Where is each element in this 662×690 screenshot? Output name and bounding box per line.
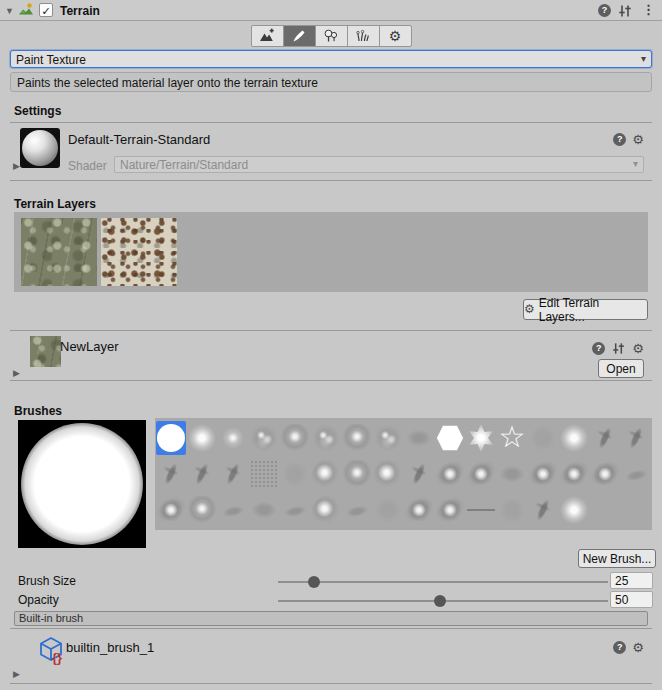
faint-brush-icon bbox=[374, 496, 402, 524]
material-preview[interactable] bbox=[20, 128, 60, 168]
gear-icon[interactable]: ⚙ bbox=[632, 342, 644, 355]
branch-brush-icon bbox=[524, 491, 561, 528]
brush-item[interactable] bbox=[621, 421, 651, 455]
glow-brush-icon bbox=[560, 424, 588, 452]
brush-item[interactable]: ☆ bbox=[497, 421, 527, 455]
brush-item[interactable] bbox=[187, 421, 217, 455]
hex-brush-icon bbox=[436, 424, 464, 452]
brush-item[interactable] bbox=[280, 421, 310, 455]
open-button[interactable]: Open bbox=[598, 359, 644, 378]
tool-terrain-settings-button[interactable]: ⚙ bbox=[379, 25, 412, 47]
opacity-slider[interactable] bbox=[278, 600, 608, 602]
terrain-layer-thumbnail-gravel[interactable] bbox=[101, 218, 177, 286]
brush-item[interactable] bbox=[404, 493, 434, 527]
brush-item[interactable] bbox=[497, 493, 527, 527]
new-brush-button[interactable]: New Brush... bbox=[578, 549, 656, 568]
paint-brush-icon bbox=[291, 28, 307, 44]
terrain-layers-palette bbox=[14, 212, 648, 292]
brush-item[interactable] bbox=[435, 493, 465, 527]
splat-brush-icon bbox=[343, 460, 371, 488]
paint-mode-dropdown[interactable]: Paint Texture ▾ bbox=[10, 50, 652, 68]
opacity-slider-knob[interactable] bbox=[434, 595, 446, 607]
brush-item[interactable] bbox=[156, 457, 186, 491]
help-icon[interactable]: ? bbox=[613, 641, 626, 654]
brush-item[interactable] bbox=[249, 457, 279, 491]
brush-item[interactable] bbox=[342, 421, 372, 455]
tool-paint-details-button[interactable] bbox=[347, 25, 380, 47]
foldout-closed-icon[interactable]: ▶ bbox=[13, 161, 20, 171]
burst-brush-icon bbox=[436, 460, 464, 488]
burst-brush-icon bbox=[157, 496, 185, 524]
brush-item[interactable] bbox=[249, 421, 279, 455]
brush-item[interactable] bbox=[187, 493, 217, 527]
tool-paint-trees-button[interactable] bbox=[315, 25, 348, 47]
tool-create-neighbor-button[interactable] bbox=[251, 25, 284, 47]
tool-paint-texture-button[interactable] bbox=[283, 25, 316, 47]
brush-item[interactable] bbox=[218, 457, 248, 491]
brush-item[interactable] bbox=[311, 421, 341, 455]
brush-item[interactable] bbox=[590, 457, 620, 491]
brush-item[interactable] bbox=[435, 421, 465, 455]
brush-item[interactable] bbox=[590, 421, 620, 455]
brush-item[interactable] bbox=[187, 457, 217, 491]
help-icon[interactable]: ? bbox=[613, 133, 626, 146]
brush-item[interactable] bbox=[280, 493, 310, 527]
brush-item[interactable] bbox=[466, 421, 496, 455]
brush-item[interactable] bbox=[528, 493, 558, 527]
brush-item[interactable] bbox=[559, 493, 589, 527]
more-menu-icon[interactable]: ⋮ bbox=[642, 2, 655, 17]
brush-item[interactable] bbox=[621, 457, 651, 491]
presets-icon[interactable] bbox=[617, 3, 633, 19]
help-icon[interactable]: ? bbox=[592, 342, 605, 355]
terrain-toolbar: ⚙ bbox=[0, 25, 662, 47]
help-icon[interactable]: ? bbox=[598, 4, 611, 17]
noisy-brush-icon bbox=[312, 424, 340, 452]
brush-item[interactable] bbox=[373, 493, 403, 527]
foldout-open-icon[interactable]: ▼ bbox=[5, 6, 14, 16]
brush-item[interactable] bbox=[156, 493, 186, 527]
brush-item[interactable] bbox=[373, 457, 403, 491]
star6-brush-icon bbox=[467, 424, 495, 452]
brush-item[interactable] bbox=[435, 457, 465, 491]
brush-item[interactable] bbox=[218, 421, 248, 455]
brush-item[interactable] bbox=[373, 421, 403, 455]
edit-terrain-layers-button[interactable]: ⚙ Edit Terrain Layers... bbox=[523, 299, 648, 320]
branch-brush-icon bbox=[214, 455, 251, 492]
brush-item[interactable] bbox=[559, 457, 589, 491]
brush-item[interactable] bbox=[404, 457, 434, 491]
layer-thumbnail[interactable] bbox=[30, 336, 61, 367]
brush-item[interactable] bbox=[404, 421, 434, 455]
terrain-layer-thumbnail-grass[interactable] bbox=[21, 218, 97, 286]
brush-item[interactable] bbox=[559, 421, 589, 455]
brush-size-slider[interactable] bbox=[278, 581, 608, 583]
gear-icon[interactable]: ⚙ bbox=[632, 641, 644, 654]
brush-item[interactable] bbox=[466, 457, 496, 491]
brush-item[interactable] bbox=[466, 493, 496, 527]
brush-item[interactable] bbox=[156, 421, 186, 455]
foldout-closed-icon[interactable]: ▶ bbox=[13, 669, 20, 679]
shader-dropdown[interactable]: Nature/Terrain/Standard ▾ bbox=[114, 156, 644, 173]
brush-item[interactable] bbox=[218, 493, 248, 527]
help-box-text: Paints the selected material layer onto … bbox=[17, 76, 318, 90]
presets-icon[interactable] bbox=[611, 341, 626, 356]
foldout-closed-icon[interactable]: ▶ bbox=[13, 368, 20, 378]
brush-size-slider-knob[interactable] bbox=[308, 576, 320, 588]
brush-item[interactable] bbox=[528, 457, 558, 491]
branch-brush-icon bbox=[586, 419, 623, 456]
gear-icon[interactable]: ⚙ bbox=[632, 133, 644, 146]
brush-item[interactable] bbox=[342, 493, 372, 527]
brush-item[interactable] bbox=[497, 457, 527, 491]
brush-preview bbox=[18, 420, 146, 548]
brush-size-field[interactable]: 25 bbox=[610, 572, 653, 589]
chevron-down-icon: ▾ bbox=[633, 158, 638, 169]
brush-item[interactable] bbox=[311, 493, 341, 527]
enabled-checkbox[interactable]: ✓ bbox=[39, 3, 53, 17]
brush-item[interactable] bbox=[311, 457, 341, 491]
brush-item[interactable] bbox=[249, 493, 279, 527]
brush-item[interactable] bbox=[280, 457, 310, 491]
brush-item[interactable] bbox=[342, 457, 372, 491]
chevron-down-icon: ▾ bbox=[641, 53, 646, 64]
brush-item[interactable] bbox=[528, 421, 558, 455]
opacity-field[interactable]: 50 bbox=[610, 591, 653, 608]
circle-brush-icon bbox=[157, 424, 185, 452]
